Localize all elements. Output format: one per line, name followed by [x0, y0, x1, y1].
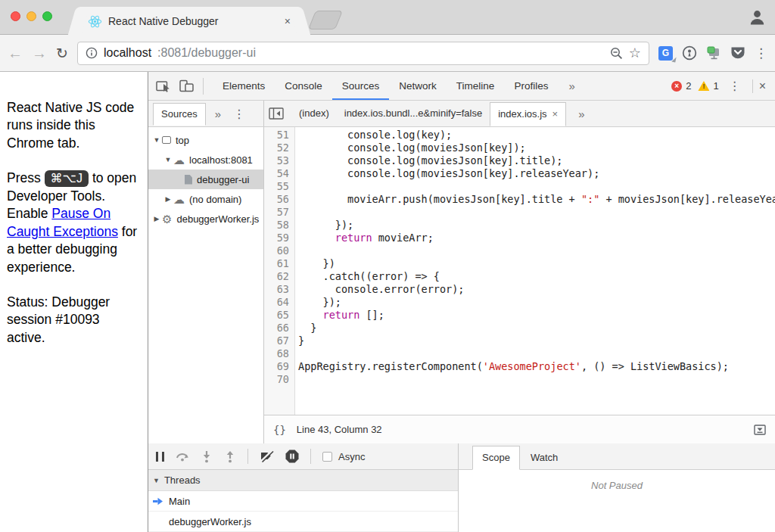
more-tabs-icon[interactable]: »: [565, 79, 577, 92]
line-number[interactable]: 62: [264, 270, 294, 283]
more-file-tabs-icon[interactable]: »: [575, 107, 587, 120]
code-line[interactable]: 63 console.error(error);: [264, 283, 775, 296]
code-area[interactable]: 51 console.log(key);52 console.log(movie…: [264, 127, 775, 415]
zoom-window-button[interactable]: [42, 11, 52, 21]
tab-close-icon[interactable]: ×: [285, 15, 291, 27]
sidebar-tab-scope[interactable]: Scope: [472, 446, 520, 470]
line-number[interactable]: 60: [264, 244, 294, 257]
tree-twisty-icon[interactable]: ▼: [151, 136, 162, 144]
line-number[interactable]: 58: [264, 219, 294, 232]
line-number[interactable]: 66: [264, 322, 294, 334]
code-line[interactable]: 52 console.log(moviesJson[key]);: [264, 142, 775, 154]
code-line[interactable]: 60: [264, 244, 775, 257]
code-line[interactable]: 65 return [];: [264, 309, 775, 322]
step-into-icon[interactable]: [201, 450, 213, 463]
pretty-print-icon[interactable]: {}: [273, 424, 286, 436]
thread-row-main[interactable]: Main: [148, 491, 458, 512]
browser-menu-icon[interactable]: ⋮: [755, 45, 767, 61]
tree-item-debuggerworker-js[interactable]: ▶debuggerWorker.js: [148, 209, 263, 229]
line-number[interactable]: 67: [264, 334, 294, 347]
file-tab[interactable]: (index): [291, 102, 337, 125]
deactivate-breakpoints-icon[interactable]: [260, 450, 274, 462]
code-line[interactable]: 67}: [264, 334, 775, 347]
code-line[interactable]: 69AppRegistry.registerComponent('Awesome…: [264, 360, 775, 373]
page-info-icon[interactable]: [86, 47, 98, 59]
translate-extension-icon[interactable]: G: [658, 46, 673, 61]
remote-desktop-extension-icon[interactable]: [706, 45, 721, 61]
file-tab[interactable]: index.ios.bundl...e&minify=false: [337, 102, 490, 125]
minimize-window-button[interactable]: [26, 11, 36, 21]
code-line[interactable]: 62 .catch((error) => {: [264, 270, 775, 283]
forward-icon[interactable]: →: [32, 45, 47, 61]
tab-network[interactable]: Network: [389, 72, 447, 100]
line-number[interactable]: 70: [264, 373, 294, 386]
bookmark-star-icon[interactable]: ☆: [629, 45, 641, 61]
code-line[interactable]: 66 }: [264, 322, 775, 334]
tree-item-debugger-ui[interactable]: debugger-ui: [148, 170, 263, 189]
line-number[interactable]: 63: [264, 283, 294, 296]
tab-elements[interactable]: Elements: [213, 72, 275, 100]
thread-row-debuggerworker-js[interactable]: debuggerWorker.js: [148, 512, 458, 532]
devtools-close-icon[interactable]: ×: [752, 79, 769, 93]
new-tab-button[interactable]: [308, 11, 343, 30]
close-window-button[interactable]: [11, 11, 20, 21]
line-number[interactable]: 64: [264, 296, 294, 309]
line-number[interactable]: 55: [264, 180, 294, 193]
code-line[interactable]: 58 });: [264, 219, 775, 232]
line-number[interactable]: 68: [264, 347, 294, 360]
warning-badge-icon[interactable]: !: [698, 81, 709, 91]
profile-icon[interactable]: [749, 8, 766, 26]
async-checkbox[interactable]: [322, 452, 332, 462]
tree-twisty-icon[interactable]: ▶: [151, 215, 162, 222]
line-number[interactable]: 65: [264, 309, 294, 322]
pause-script-icon[interactable]: [156, 452, 164, 462]
code-line[interactable]: 51 console.log(key);: [264, 129, 775, 142]
code-line[interactable]: 61 }): [264, 257, 775, 270]
pocket-extension-icon[interactable]: [730, 46, 745, 60]
pause-on-exceptions-icon[interactable]: [285, 450, 299, 463]
error-badge-icon[interactable]: ×: [671, 81, 682, 92]
line-number[interactable]: 59: [264, 232, 294, 244]
reload-icon[interactable]: ↻: [56, 46, 68, 61]
code-line[interactable]: 70: [264, 373, 775, 386]
line-number[interactable]: 51: [264, 129, 294, 142]
keyhole-extension-icon[interactable]: [682, 45, 697, 61]
code-line[interactable]: 54 console.log(moviesJson[key].releaseYe…: [264, 167, 775, 180]
tree-twisty-icon[interactable]: ▶: [163, 195, 173, 203]
sidebar-tab-watch[interactable]: Watch: [521, 446, 567, 469]
line-number[interactable]: 69: [264, 360, 294, 373]
line-number[interactable]: 52: [264, 142, 294, 154]
tree-item-top[interactable]: ▼top: [148, 130, 263, 150]
device-toolbar-icon[interactable]: [179, 79, 194, 92]
tree-item--no-domain-[interactable]: ▶(no domain): [148, 189, 263, 209]
code-line[interactable]: 57: [264, 206, 775, 219]
zoom-out-icon[interactable]: [610, 47, 623, 60]
inspect-element-icon[interactable]: [156, 79, 172, 93]
code-line[interactable]: 59 return movieArr;: [264, 232, 775, 244]
file-tab[interactable]: index.ios.js×: [490, 102, 566, 126]
tree-item-localhost-8081[interactable]: ▼localhost:8081: [148, 150, 263, 170]
line-number[interactable]: 61: [264, 257, 294, 270]
step-over-icon[interactable]: [176, 450, 189, 462]
code-line[interactable]: 68: [264, 347, 775, 360]
hide-navigator-icon[interactable]: [269, 107, 284, 120]
code-line[interactable]: 53 console.log(moviesJson[key].title);: [264, 154, 775, 167]
code-line[interactable]: 55: [264, 180, 775, 193]
devtools-menu-icon[interactable]: ⋮: [726, 79, 744, 93]
threads-header[interactable]: ▼ Threads: [148, 470, 458, 491]
code-line[interactable]: 64 });: [264, 296, 775, 309]
tree-twisty-icon[interactable]: ▼: [163, 156, 173, 163]
tab-timeline[interactable]: Timeline: [447, 72, 505, 100]
navigator-menu-icon[interactable]: ⋮: [230, 107, 248, 121]
show-drawer-icon[interactable]: [754, 425, 766, 435]
step-out-icon[interactable]: [224, 450, 236, 463]
line-number[interactable]: 56: [264, 193, 294, 206]
tab-sources[interactable]: Sources: [332, 72, 390, 100]
line-number[interactable]: 57: [264, 206, 294, 219]
back-icon[interactable]: ←: [8, 45, 23, 61]
line-number[interactable]: 53: [264, 154, 294, 167]
navigator-sources-tab[interactable]: Sources: [153, 103, 206, 126]
code-line[interactable]: 56 movieArr.push(moviesJson[key].title +…: [264, 193, 775, 206]
tab-console[interactable]: Console: [275, 72, 332, 100]
url-bar[interactable]: localhost:8081/debugger-ui ☆: [77, 42, 649, 65]
